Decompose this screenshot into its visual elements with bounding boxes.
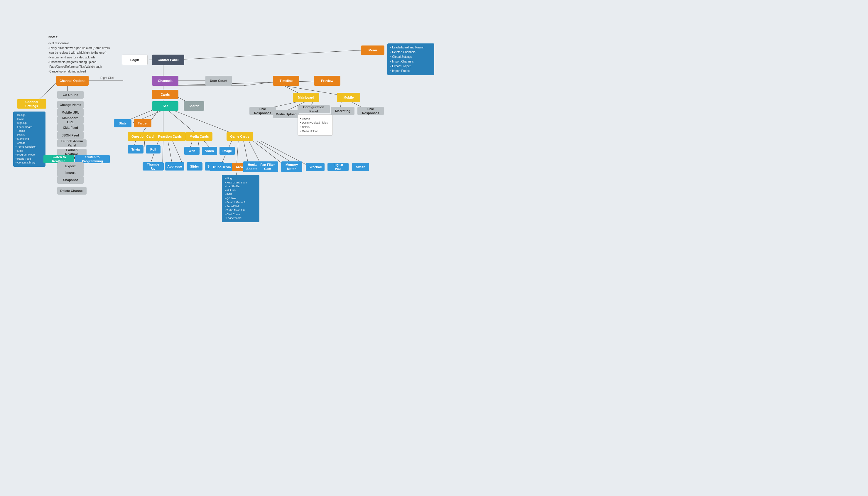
web-node: Web [184,147,200,155]
notes-line-1: -Not responsive [48,41,110,46]
svg-line-19 [173,110,238,136]
thumbs-up-node: Thumbs Up [143,162,164,171]
notes-line-4: -Recommend size for video uploads [48,55,110,60]
set-node: Set [152,101,178,111]
reaction-cards-node: Reaction Cards [154,132,186,141]
channel-options-node: Channel Options [56,76,89,86]
live-responses-right-node: Live Responses [358,107,384,115]
delete-channel-node: Delete Channel [57,187,86,195]
channel-settings-node: Channel Settings [17,99,46,109]
slider-node: Slider [187,162,203,171]
stats-node: Stats [114,119,131,127]
cards-node: Cards [152,90,178,99]
swish-node: Swish [352,163,369,171]
notes-section: Notes: -Not responsive -Every error show… [48,35,110,74]
notes-line-5: -Show media progress during upload [48,60,110,65]
notes-line-6: -Faqs/Quick/Reference/Tips/Walkthrough [48,65,110,69]
video-node: Video [202,147,217,155]
login-node: Login [122,55,147,65]
xml-feed-node: XML Feed [57,124,84,131]
marketing-node: Marketing [331,107,354,115]
image-node: Image [220,147,235,155]
snapshot-node: Snapshot [57,176,84,184]
user-count-node: User Count [205,76,232,86]
notes-line-2: -Every error shows a pop up alert (Some … [48,46,110,50]
live-responses-left-node: Live Responses [249,107,276,115]
mainboard-url-node: Mainboard URL [57,116,84,124]
svg-line-21 [144,141,145,149]
mobile-url-node: Mobile URL [57,109,84,116]
mainboard-node: Mainboard [293,93,319,102]
configuration-panel-node: Configuration Panel [298,105,330,113]
preview-node: Preview [314,76,341,86]
trivia-node: Trivia [128,145,143,154]
change-name-node: Change Name [57,101,84,109]
search-node: Search [184,101,204,111]
target-node: Target [134,119,152,127]
channels-node: Channels [152,76,178,86]
control-panel-node: Control Panel [152,55,184,65]
applause-node: Applause [165,162,184,171]
timeline-node: Timeline [273,76,299,86]
json-feed-node: JSON Feed [57,131,84,139]
memory-match-node: Memory Match [281,161,302,172]
menu-list-node: • Leaderboard and Prizing • Deleted Chan… [387,44,434,75]
import-node: Import [57,169,84,176]
svg-line-4 [174,50,367,60]
notes-title: Notes: [48,35,110,40]
channel-settings-list: • Design • Home • Sign Up • Leaderboard … [13,111,46,167]
diagram-canvas: Notes: -Not responsive -Every error show… [0,0,868,496]
skeeball-node: Skeeball [306,163,325,171]
switch-programming-node[interactable]: Switch to Programming [75,155,110,163]
menu-node: Menu [361,46,384,55]
go-online-node: Go Online [57,91,84,98]
notes-line-3: can be replaced with a highlight to the … [48,50,110,55]
svg-line-10 [163,81,325,86]
arcade-list-node: • Bingo • XEO Grand Slam • Hat Shuffle •… [222,175,259,222]
switch-realtime-node[interactable]: Switch to Realtime [44,155,74,163]
media-upload-node: Media Upload [273,110,299,118]
poll-node: Poll [146,145,160,154]
fan-filter-node: Fan Filter Cam [257,161,278,172]
right-click-label: Right Click [100,76,114,79]
svg-line-18 [168,110,198,136]
mobile-node: Mobile [337,93,360,102]
tug-of-war-node: Tug Of War [328,163,349,171]
media-cards-node: Media Cards [186,132,212,141]
launch-admin-node: Launch Admin Panel [57,139,86,147]
config-list-node: • Layout • Design+Upload Fields • Colors… [298,114,333,136]
notes-line-7: -Cancel option during upload [48,69,110,74]
game-cards-node: Game Cards [226,132,253,141]
